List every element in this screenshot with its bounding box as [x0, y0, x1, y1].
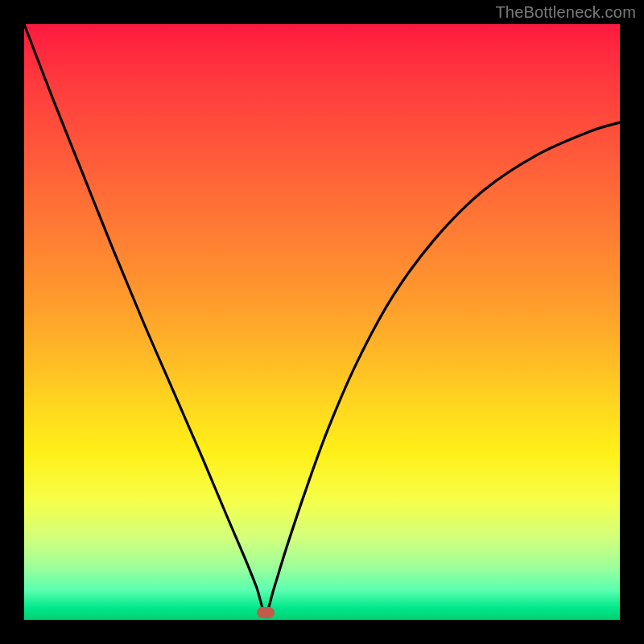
chart-frame: TheBottleneck.com: [0, 0, 644, 644]
bottleneck-curve: [24, 24, 620, 620]
plot-area: [24, 24, 620, 620]
watermark-text: TheBottleneck.com: [495, 3, 636, 22]
minimum-marker: [257, 607, 275, 618]
